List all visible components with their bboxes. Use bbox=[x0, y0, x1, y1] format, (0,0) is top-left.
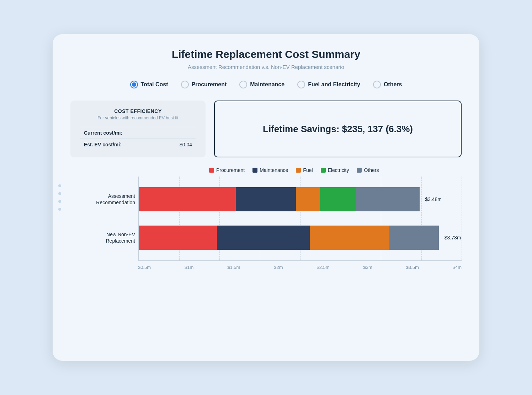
x-axis: $0.5m$1m$1.5m$2m$2.5m$3m$3.5m$4m bbox=[138, 261, 462, 270]
legend-item-electricity: Electricity bbox=[321, 167, 349, 173]
bar-track-0: $3.48m bbox=[139, 187, 420, 211]
radio-circle-maintenance bbox=[239, 81, 247, 88]
chart-inner: AssessmentRecommendation$3.48mNew Non-EV… bbox=[138, 177, 462, 261]
radio-circle-procurement bbox=[181, 81, 189, 88]
radio-circle-fuel-electricity bbox=[297, 81, 305, 88]
bar-label-0: AssessmentRecommendation bbox=[71, 193, 135, 206]
savings-text: Lifetime Savings: $235, 137 (6.3%) bbox=[263, 124, 413, 135]
bar-segment-fuel-0 bbox=[296, 187, 320, 211]
legend-color-electricity bbox=[321, 168, 326, 173]
legend: Procurement Maintenance Fuel Electricity… bbox=[209, 167, 462, 173]
radio-others[interactable]: Others bbox=[373, 81, 402, 88]
savings-box: Lifetime Savings: $235, 137 (6.3%) bbox=[214, 101, 462, 157]
cost-row-ev: Est. EV cost/mi: $0.04 bbox=[80, 139, 196, 150]
bar-segment-maintenance-1 bbox=[217, 226, 310, 250]
grid-line-7 bbox=[462, 177, 462, 260]
bars-container: AssessmentRecommendation$3.48mNew Non-EV… bbox=[139, 177, 462, 260]
legend-color-maintenance bbox=[252, 168, 257, 173]
bar-track-1: $3.73m bbox=[139, 226, 439, 250]
bar-value-0: $3.48m bbox=[425, 196, 442, 202]
radio-label-procurement: Procurement bbox=[192, 81, 227, 88]
side-dots bbox=[58, 184, 61, 211]
legend-item-maintenance: Maintenance bbox=[252, 167, 288, 173]
main-card: Lifetime Replacement Cost Summary Assess… bbox=[53, 34, 479, 361]
bar-value-1: $3.73m bbox=[445, 235, 461, 240]
legend-color-fuel bbox=[296, 168, 301, 173]
legend-color-others bbox=[357, 168, 362, 173]
radio-circle-others bbox=[373, 81, 381, 88]
chart-area: AssessmentRecommendation$3.48mNew Non-EV… bbox=[70, 177, 462, 270]
legend-label-procurement: Procurement bbox=[216, 167, 245, 173]
cost-efficiency-subtitle: For vehicles with recommended EV best fi… bbox=[80, 115, 196, 120]
legend-label-others: Others bbox=[364, 167, 379, 173]
legend-label-maintenance: Maintenance bbox=[260, 167, 288, 173]
top-panels: COST EFFICIENCY For vehicles with recomm… bbox=[70, 101, 462, 157]
x-label-5: $3m bbox=[363, 265, 372, 270]
radio-label-total-cost: Total Cost bbox=[141, 81, 168, 88]
legend-label-fuel: Fuel bbox=[303, 167, 313, 173]
legend-label-electricity: Electricity bbox=[328, 167, 349, 173]
bar-segment-fuel-1 bbox=[310, 226, 389, 250]
page-subtitle: Assessment Recommendation v.s. Non-EV Re… bbox=[70, 64, 462, 70]
bar-row-0: AssessmentRecommendation$3.48m bbox=[139, 187, 462, 211]
bar-segment-maintenance-0 bbox=[236, 187, 296, 211]
legend-color-procurement bbox=[209, 168, 214, 173]
legend-item-procurement: Procurement bbox=[209, 167, 245, 173]
cost-row-ev-value: $0.04 bbox=[180, 142, 192, 147]
radio-maintenance[interactable]: Maintenance bbox=[239, 81, 284, 88]
bar-segment-procurement-1 bbox=[139, 226, 217, 250]
radio-fuel-electricity[interactable]: Fuel and Electricity bbox=[297, 81, 360, 88]
cost-row-current-label: Current cost/mi: bbox=[84, 130, 122, 136]
radio-total-cost[interactable]: Total Cost bbox=[130, 81, 168, 88]
cost-row-current: Current cost/mi: bbox=[80, 127, 196, 139]
page-title: Lifetime Replacement Cost Summary bbox=[70, 48, 462, 60]
radio-circle-total-cost bbox=[130, 81, 138, 88]
cost-row-ev-label: Est. EV cost/mi: bbox=[84, 142, 122, 147]
bar-segment-others-0 bbox=[356, 187, 420, 211]
bar-segment-procurement-0 bbox=[139, 187, 236, 211]
x-label-4: $2.5m bbox=[316, 265, 329, 270]
bar-segment-others-1 bbox=[389, 226, 439, 250]
x-label-2: $1.5m bbox=[227, 265, 240, 270]
radio-inner-total-cost bbox=[132, 82, 136, 87]
bar-segment-electricity-0 bbox=[320, 187, 357, 211]
legend-item-others: Others bbox=[357, 167, 379, 173]
radio-label-fuel-electricity: Fuel and Electricity bbox=[308, 81, 360, 88]
radio-procurement[interactable]: Procurement bbox=[181, 81, 227, 88]
bar-label-1: New Non-EVReplacement bbox=[71, 231, 135, 244]
radio-label-maintenance: Maintenance bbox=[250, 81, 284, 88]
radio-group: Total Cost Procurement Maintenance Fuel … bbox=[70, 81, 462, 88]
cost-efficiency-title: COST EFFICIENCY bbox=[80, 108, 196, 114]
x-label-0: $0.5m bbox=[138, 265, 151, 270]
cost-efficiency-box: COST EFFICIENCY For vehicles with recomm… bbox=[70, 101, 206, 157]
radio-label-others: Others bbox=[384, 81, 402, 88]
bar-row-1: New Non-EVReplacement$3.73m bbox=[139, 226, 462, 250]
legend-item-fuel: Fuel bbox=[296, 167, 313, 173]
x-label-7: $4m bbox=[453, 265, 462, 270]
x-label-1: $1m bbox=[185, 265, 193, 270]
x-label-3: $2m bbox=[274, 265, 283, 270]
x-label-6: $3.5m bbox=[406, 265, 419, 270]
